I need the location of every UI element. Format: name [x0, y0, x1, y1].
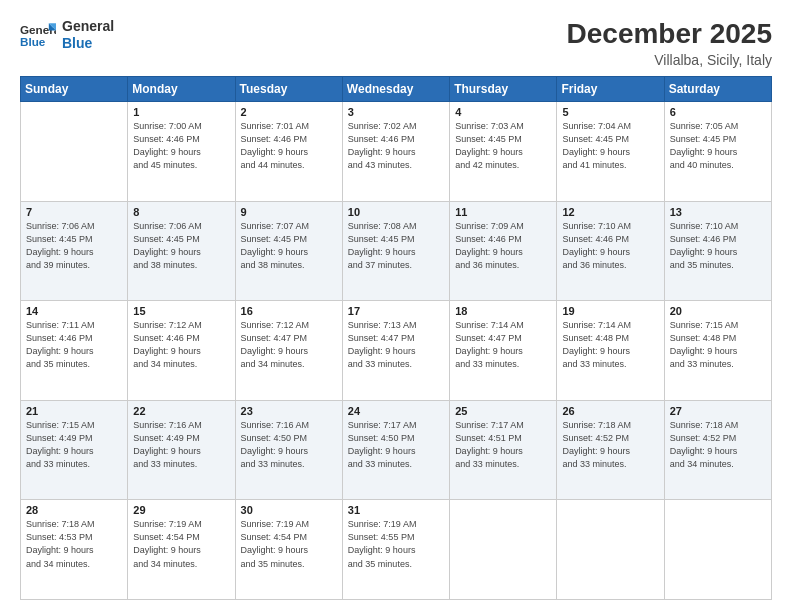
- calendar-cell: 4Sunrise: 7:03 AM Sunset: 4:45 PM Daylig…: [450, 102, 557, 202]
- day-info: Sunrise: 7:05 AM Sunset: 4:45 PM Dayligh…: [670, 120, 766, 172]
- day-number: 9: [241, 206, 337, 218]
- calendar-cell: 31Sunrise: 7:19 AM Sunset: 4:55 PM Dayli…: [342, 500, 449, 600]
- calendar-cell: 3Sunrise: 7:02 AM Sunset: 4:46 PM Daylig…: [342, 102, 449, 202]
- svg-text:Blue: Blue: [20, 35, 46, 48]
- calendar-cell: 12Sunrise: 7:10 AM Sunset: 4:46 PM Dayli…: [557, 201, 664, 301]
- day-info: Sunrise: 7:02 AM Sunset: 4:46 PM Dayligh…: [348, 120, 444, 172]
- calendar-cell: 29Sunrise: 7:19 AM Sunset: 4:54 PM Dayli…: [128, 500, 235, 600]
- calendar-table: Sunday Monday Tuesday Wednesday Thursday…: [20, 76, 772, 600]
- header-monday: Monday: [128, 77, 235, 102]
- day-info: Sunrise: 7:07 AM Sunset: 4:45 PM Dayligh…: [241, 220, 337, 272]
- calendar-cell: 5Sunrise: 7:04 AM Sunset: 4:45 PM Daylig…: [557, 102, 664, 202]
- header: General Blue General Blue December 2025 …: [20, 18, 772, 68]
- day-number: 16: [241, 305, 337, 317]
- day-info: Sunrise: 7:14 AM Sunset: 4:47 PM Dayligh…: [455, 319, 551, 371]
- day-info: Sunrise: 7:10 AM Sunset: 4:46 PM Dayligh…: [562, 220, 658, 272]
- logo-blue: Blue: [62, 35, 114, 52]
- day-number: 21: [26, 405, 122, 417]
- week-row-2: 7Sunrise: 7:06 AM Sunset: 4:45 PM Daylig…: [21, 201, 772, 301]
- day-number: 15: [133, 305, 229, 317]
- calendar-cell: 27Sunrise: 7:18 AM Sunset: 4:52 PM Dayli…: [664, 400, 771, 500]
- calendar-cell: 21Sunrise: 7:15 AM Sunset: 4:49 PM Dayli…: [21, 400, 128, 500]
- day-number: 29: [133, 504, 229, 516]
- header-tuesday: Tuesday: [235, 77, 342, 102]
- day-info: Sunrise: 7:17 AM Sunset: 4:50 PM Dayligh…: [348, 419, 444, 471]
- week-row-3: 14Sunrise: 7:11 AM Sunset: 4:46 PM Dayli…: [21, 301, 772, 401]
- logo: General Blue General Blue: [20, 18, 114, 52]
- week-row-1: 1Sunrise: 7:00 AM Sunset: 4:46 PM Daylig…: [21, 102, 772, 202]
- day-info: Sunrise: 7:01 AM Sunset: 4:46 PM Dayligh…: [241, 120, 337, 172]
- calendar-cell: 9Sunrise: 7:07 AM Sunset: 4:45 PM Daylig…: [235, 201, 342, 301]
- calendar-cell: 22Sunrise: 7:16 AM Sunset: 4:49 PM Dayli…: [128, 400, 235, 500]
- day-number: 23: [241, 405, 337, 417]
- day-info: Sunrise: 7:17 AM Sunset: 4:51 PM Dayligh…: [455, 419, 551, 471]
- day-info: Sunrise: 7:08 AM Sunset: 4:45 PM Dayligh…: [348, 220, 444, 272]
- day-info: Sunrise: 7:04 AM Sunset: 4:45 PM Dayligh…: [562, 120, 658, 172]
- day-number: 4: [455, 106, 551, 118]
- day-number: 3: [348, 106, 444, 118]
- day-number: 20: [670, 305, 766, 317]
- week-row-4: 21Sunrise: 7:15 AM Sunset: 4:49 PM Dayli…: [21, 400, 772, 500]
- day-info: Sunrise: 7:15 AM Sunset: 4:48 PM Dayligh…: [670, 319, 766, 371]
- day-number: 27: [670, 405, 766, 417]
- day-number: 19: [562, 305, 658, 317]
- day-info: Sunrise: 7:15 AM Sunset: 4:49 PM Dayligh…: [26, 419, 122, 471]
- day-info: Sunrise: 7:03 AM Sunset: 4:45 PM Dayligh…: [455, 120, 551, 172]
- day-info: Sunrise: 7:18 AM Sunset: 4:52 PM Dayligh…: [562, 419, 658, 471]
- day-number: 17: [348, 305, 444, 317]
- calendar-cell: 28Sunrise: 7:18 AM Sunset: 4:53 PM Dayli…: [21, 500, 128, 600]
- day-number: 2: [241, 106, 337, 118]
- header-thursday: Thursday: [450, 77, 557, 102]
- day-number: 12: [562, 206, 658, 218]
- calendar-cell: 6Sunrise: 7:05 AM Sunset: 4:45 PM Daylig…: [664, 102, 771, 202]
- day-info: Sunrise: 7:19 AM Sunset: 4:54 PM Dayligh…: [241, 518, 337, 570]
- calendar-cell: 15Sunrise: 7:12 AM Sunset: 4:46 PM Dayli…: [128, 301, 235, 401]
- title-block: December 2025 Villalba, Sicily, Italy: [567, 18, 772, 68]
- day-info: Sunrise: 7:06 AM Sunset: 4:45 PM Dayligh…: [26, 220, 122, 272]
- calendar-cell: 14Sunrise: 7:11 AM Sunset: 4:46 PM Dayli…: [21, 301, 128, 401]
- calendar-cell: 7Sunrise: 7:06 AM Sunset: 4:45 PM Daylig…: [21, 201, 128, 301]
- calendar-cell: 30Sunrise: 7:19 AM Sunset: 4:54 PM Dayli…: [235, 500, 342, 600]
- day-info: Sunrise: 7:14 AM Sunset: 4:48 PM Dayligh…: [562, 319, 658, 371]
- day-info: Sunrise: 7:12 AM Sunset: 4:47 PM Dayligh…: [241, 319, 337, 371]
- calendar-cell: 26Sunrise: 7:18 AM Sunset: 4:52 PM Dayli…: [557, 400, 664, 500]
- day-info: Sunrise: 7:16 AM Sunset: 4:50 PM Dayligh…: [241, 419, 337, 471]
- calendar-cell: 19Sunrise: 7:14 AM Sunset: 4:48 PM Dayli…: [557, 301, 664, 401]
- header-sunday: Sunday: [21, 77, 128, 102]
- header-friday: Friday: [557, 77, 664, 102]
- calendar-cell: [557, 500, 664, 600]
- day-number: 1: [133, 106, 229, 118]
- day-info: Sunrise: 7:18 AM Sunset: 4:53 PM Dayligh…: [26, 518, 122, 570]
- day-info: Sunrise: 7:10 AM Sunset: 4:46 PM Dayligh…: [670, 220, 766, 272]
- day-number: 24: [348, 405, 444, 417]
- calendar-cell: 2Sunrise: 7:01 AM Sunset: 4:46 PM Daylig…: [235, 102, 342, 202]
- week-row-5: 28Sunrise: 7:18 AM Sunset: 4:53 PM Dayli…: [21, 500, 772, 600]
- calendar-header-row: Sunday Monday Tuesday Wednesday Thursday…: [21, 77, 772, 102]
- page: General Blue General Blue December 2025 …: [0, 0, 792, 612]
- calendar-cell: 18Sunrise: 7:14 AM Sunset: 4:47 PM Dayli…: [450, 301, 557, 401]
- calendar-cell: 23Sunrise: 7:16 AM Sunset: 4:50 PM Dayli…: [235, 400, 342, 500]
- day-number: 11: [455, 206, 551, 218]
- day-number: 8: [133, 206, 229, 218]
- calendar-cell: 11Sunrise: 7:09 AM Sunset: 4:46 PM Dayli…: [450, 201, 557, 301]
- day-number: 30: [241, 504, 337, 516]
- calendar-cell: 25Sunrise: 7:17 AM Sunset: 4:51 PM Dayli…: [450, 400, 557, 500]
- logo-icon: General Blue: [20, 21, 56, 49]
- subtitle: Villalba, Sicily, Italy: [567, 52, 772, 68]
- calendar-cell: 24Sunrise: 7:17 AM Sunset: 4:50 PM Dayli…: [342, 400, 449, 500]
- day-number: 5: [562, 106, 658, 118]
- day-number: 7: [26, 206, 122, 218]
- header-saturday: Saturday: [664, 77, 771, 102]
- calendar-cell: 17Sunrise: 7:13 AM Sunset: 4:47 PM Dayli…: [342, 301, 449, 401]
- day-info: Sunrise: 7:13 AM Sunset: 4:47 PM Dayligh…: [348, 319, 444, 371]
- main-title: December 2025: [567, 18, 772, 50]
- day-number: 10: [348, 206, 444, 218]
- day-info: Sunrise: 7:19 AM Sunset: 4:55 PM Dayligh…: [348, 518, 444, 570]
- day-number: 13: [670, 206, 766, 218]
- calendar-cell: 20Sunrise: 7:15 AM Sunset: 4:48 PM Dayli…: [664, 301, 771, 401]
- day-info: Sunrise: 7:11 AM Sunset: 4:46 PM Dayligh…: [26, 319, 122, 371]
- calendar-cell: 10Sunrise: 7:08 AM Sunset: 4:45 PM Dayli…: [342, 201, 449, 301]
- logo-general: General: [62, 18, 114, 35]
- day-info: Sunrise: 7:19 AM Sunset: 4:54 PM Dayligh…: [133, 518, 229, 570]
- day-number: 14: [26, 305, 122, 317]
